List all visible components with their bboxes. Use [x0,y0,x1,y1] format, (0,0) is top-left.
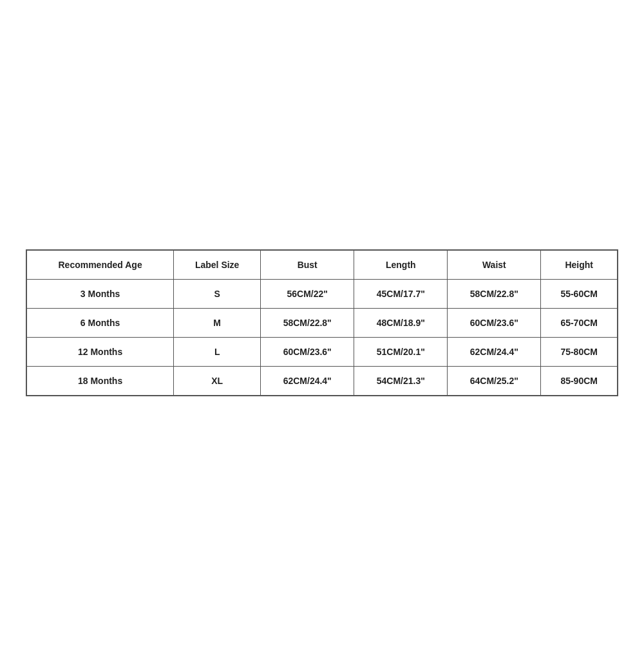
cell-length: 45CM/17.7" [354,279,448,308]
header-bust: Bust [261,250,354,279]
header-recommended-age: Recommended Age [27,250,174,279]
table-row: 12 MonthsL60CM/23.6"51CM/20.1"62CM/24.4"… [27,337,618,366]
cell-age: 12 Months [27,337,174,366]
cell-bust: 56CM/22" [261,279,354,308]
cell-height: 85-90CM [541,366,618,395]
cell-bust: 58CM/22.8" [261,308,354,337]
cell-length: 48CM/18.9" [354,308,448,337]
header-waist: Waist [448,250,541,279]
cell-length: 54CM/21.3" [354,366,448,395]
cell-label-size: XL [174,366,261,395]
cell-waist: 64CM/25.2" [448,366,541,395]
cell-label-size: M [174,308,261,337]
size-chart-table: Recommended Age Label Size Bust Length W… [26,250,618,396]
header-height: Height [541,250,618,279]
cell-height: 75-80CM [541,337,618,366]
cell-bust: 62CM/24.4" [261,366,354,395]
table-header-row: Recommended Age Label Size Bust Length W… [27,250,618,279]
table-row: 18 MonthsXL62CM/24.4"54CM/21.3"64CM/25.2… [27,366,618,395]
table-row: 6 MonthsM58CM/22.8"48CM/18.9"60CM/23.6"6… [27,308,618,337]
header-label-size: Label Size [174,250,261,279]
header-length: Length [354,250,448,279]
cell-label-size: L [174,337,261,366]
cell-age: 3 Months [27,279,174,308]
cell-height: 65-70CM [541,308,618,337]
cell-waist: 60CM/23.6" [448,308,541,337]
cell-length: 51CM/20.1" [354,337,448,366]
cell-waist: 58CM/22.8" [448,279,541,308]
cell-waist: 62CM/24.4" [448,337,541,366]
cell-label-size: S [174,279,261,308]
cell-bust: 60CM/23.6" [261,337,354,366]
cell-height: 55-60CM [541,279,618,308]
cell-age: 6 Months [27,308,174,337]
table-row: 3 MonthsS56CM/22"45CM/17.7"58CM/22.8"55-… [27,279,618,308]
cell-age: 18 Months [27,366,174,395]
size-chart-container: Recommended Age Label Size Bust Length W… [26,249,618,396]
